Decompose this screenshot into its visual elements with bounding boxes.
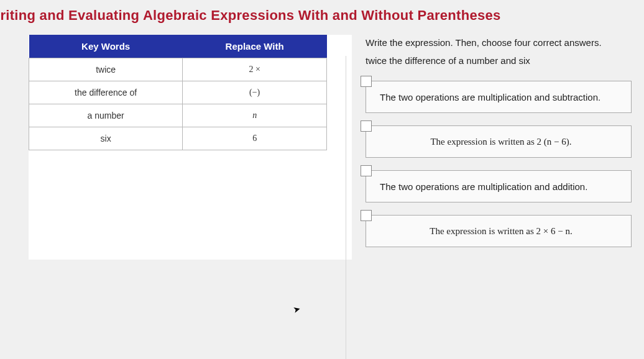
key-cell: twice bbox=[29, 58, 183, 81]
answer-option[interactable]: The expression is written as 2 × 6 − n. bbox=[366, 215, 632, 247]
key-cell: a number bbox=[29, 104, 183, 127]
table-row: six 6 bbox=[29, 127, 327, 150]
answer-option[interactable]: The two operations are multiplication an… bbox=[366, 81, 632, 113]
key-cell: six bbox=[29, 127, 183, 150]
table-header-keywords: Key Words bbox=[29, 35, 183, 58]
option-text: The two operations are multiplication an… bbox=[380, 181, 587, 192]
table-row: a number n bbox=[29, 104, 327, 127]
keyword-table: Key Words Replace With twice 2 × the dif… bbox=[29, 35, 327, 150]
answer-option[interactable]: The expression is written as 2 (n − 6). bbox=[366, 125, 632, 158]
option-text: The expression is written as 2 × 6 − n. bbox=[430, 226, 572, 237]
key-cell: the difference of bbox=[29, 81, 183, 104]
checkbox-icon[interactable] bbox=[361, 120, 372, 132]
replace-cell: 6 bbox=[183, 127, 327, 150]
panel-divider bbox=[346, 56, 346, 359]
prompt-text: twice the difference of a number and six bbox=[366, 55, 632, 66]
checkbox-icon[interactable] bbox=[361, 210, 372, 221]
table-row: twice 2 × bbox=[29, 58, 327, 81]
checkbox-icon[interactable] bbox=[361, 165, 372, 176]
instruction-text: Write the expression. Then, choose four … bbox=[366, 37, 632, 48]
replace-cell: n bbox=[183, 104, 327, 127]
option-text: The two operations are multiplication an… bbox=[380, 92, 600, 102]
left-panel: Key Words Replace With twice 2 × the dif… bbox=[29, 35, 352, 260]
table-header-replace: Replace With bbox=[183, 35, 327, 58]
checkbox-icon[interactable] bbox=[361, 76, 372, 87]
option-text: The expression is written as 2 (n − 6). bbox=[430, 137, 571, 147]
right-panel: Write the expression. Then, choose four … bbox=[366, 35, 632, 260]
table-row: the difference of (−) bbox=[29, 81, 327, 104]
replace-cell: 2 × bbox=[183, 58, 327, 81]
page-title: Iriting and Evaluating Algebraic Express… bbox=[0, 7, 632, 24]
cursor-icon: ➤ bbox=[292, 304, 302, 316]
answer-option[interactable]: The two operations are multiplication an… bbox=[366, 170, 632, 202]
replace-cell: (−) bbox=[183, 81, 327, 104]
